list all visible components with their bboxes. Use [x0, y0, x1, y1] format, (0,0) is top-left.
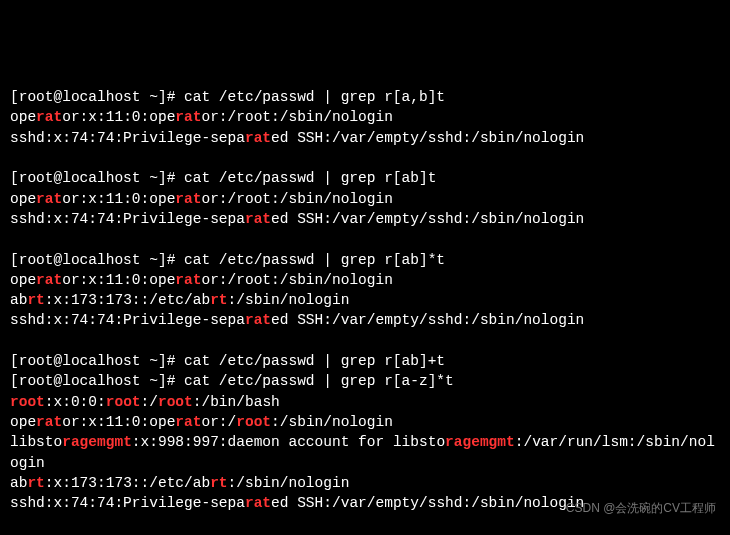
terminal-line: [root@localhost ~]# cat /etc/passwd | gr…: [10, 250, 720, 270]
text: cat /etc/passwd | grep r[a,b]t: [184, 89, 445, 105]
terminal-line: [root@localhost ~]# cat /etc/passwd | gr…: [10, 351, 720, 371]
text: or:/root:/sbin/nologin: [201, 191, 392, 207]
text: or:/: [201, 414, 236, 430]
grep-match: root: [10, 394, 45, 410]
shell-prompt: [root@localhost ~]#: [10, 373, 184, 389]
grep-match: root: [236, 414, 271, 430]
text: :/sbin/nologin: [228, 475, 350, 491]
grep-match: rat: [36, 272, 62, 288]
text: or:/root:/sbin/nologin: [201, 109, 392, 125]
text: cat /etc/passwd | grep r[ab]+t: [184, 353, 445, 369]
grep-match: rat: [245, 130, 271, 146]
grep-match: root: [106, 394, 141, 410]
text: sshd:x:74:74:Privilege-sepa: [10, 211, 245, 227]
terminal-output[interactable]: [root@localhost ~]# cat /etc/passwd | gr…: [10, 87, 720, 535]
grep-match: root: [158, 394, 193, 410]
text: ed SSH:/var/empty/sshd:/sbin/nologin: [271, 312, 584, 328]
terminal-line: operator:x:11:0:operator:/root:/sbin/nol…: [10, 107, 720, 127]
terminal-line: abrt:x:173:173::/etc/abrt:/sbin/nologin: [10, 290, 720, 310]
terminal-line: [10, 331, 720, 351]
grep-match: rat: [175, 272, 201, 288]
terminal-line: [root@localhost ~]# cat /etc/passwd | gr…: [10, 371, 720, 391]
terminal-line: [10, 148, 720, 168]
terminal-line: operator:x:11:0:operator:/root:/sbin/nol…: [10, 270, 720, 290]
text: ope: [10, 109, 36, 125]
text: :/: [141, 394, 158, 410]
grep-match: rt: [27, 475, 44, 491]
text: ab: [10, 475, 27, 491]
terminal-line: abrt:x:173:173::/etc/abrt:/sbin/nologin: [10, 473, 720, 493]
text: ope: [10, 414, 36, 430]
grep-match: rat: [36, 109, 62, 125]
terminal-line: [root@localhost ~]# cat /etc/passwd | gr…: [10, 168, 720, 188]
terminal-line: root:x:0:0:root:/root:/bin/bash: [10, 392, 720, 412]
terminal-line: sshd:x:74:74:Privilege-separated SSH:/va…: [10, 209, 720, 229]
shell-prompt: [root@localhost ~]#: [10, 170, 184, 186]
grep-match: rat: [245, 312, 271, 328]
text: or:x:11:0:ope: [62, 191, 175, 207]
text: ab: [10, 292, 27, 308]
text: ed SSH:/var/empty/sshd:/sbin/nologin: [271, 495, 584, 511]
grep-match: rt: [210, 475, 227, 491]
text: :/sbin/nologin: [271, 414, 393, 430]
grep-match: ragemgmt: [445, 434, 515, 450]
text: :x:173:173::/etc/ab: [45, 292, 210, 308]
grep-match: rat: [36, 414, 62, 430]
shell-prompt: [root@localhost ~]#: [10, 252, 184, 268]
text: or:/root:/sbin/nologin: [201, 272, 392, 288]
text: or:x:11:0:ope: [62, 414, 175, 430]
grep-match: rat: [36, 191, 62, 207]
grep-match: ragemgmt: [62, 434, 132, 450]
text: :x:0:0:: [45, 394, 106, 410]
grep-match: rat: [245, 211, 271, 227]
text: sshd:x:74:74:Privilege-sepa: [10, 495, 245, 511]
text: :x:998:997:daemon account for libsto: [132, 434, 445, 450]
terminal-line: sshd:x:74:74:Privilege-separated SSH:/va…: [10, 310, 720, 330]
terminal-line: [root@localhost ~]# cat /etc/passwd | gr…: [10, 87, 720, 107]
grep-match: rt: [27, 292, 44, 308]
terminal-line: operator:x:11:0:operator:/root:/sbin/nol…: [10, 412, 720, 432]
grep-match: rat: [175, 191, 201, 207]
shell-prompt: [root@localhost ~]#: [10, 353, 184, 369]
grep-match: rat: [245, 495, 271, 511]
text: or:x:11:0:ope: [62, 109, 175, 125]
text: :/sbin/nologin: [228, 292, 350, 308]
text: sshd:x:74:74:Privilege-sepa: [10, 312, 245, 328]
text: :x:173:173::/etc/ab: [45, 475, 210, 491]
text: libsto: [10, 434, 62, 450]
text: :/bin/bash: [193, 394, 280, 410]
text: or:x:11:0:ope: [62, 272, 175, 288]
text: cat /etc/passwd | grep r[a-z]*t: [184, 373, 454, 389]
text: cat /etc/passwd | grep r[ab]t: [184, 170, 436, 186]
text: cat /etc/passwd | grep r[ab]*t: [184, 252, 445, 268]
text: sshd:x:74:74:Privilege-sepa: [10, 130, 245, 146]
text: ope: [10, 191, 36, 207]
terminal-line: sshd:x:74:74:Privilege-separated SSH:/va…: [10, 128, 720, 148]
terminal-line: operator:x:11:0:operator:/root:/sbin/nol…: [10, 189, 720, 209]
watermark: CSDN @会洗碗的CV工程师: [566, 500, 716, 517]
shell-prompt: [root@localhost ~]#: [10, 89, 184, 105]
grep-match: rt: [210, 292, 227, 308]
grep-match: rat: [175, 109, 201, 125]
text: ed SSH:/var/empty/sshd:/sbin/nologin: [271, 130, 584, 146]
text: ed SSH:/var/empty/sshd:/sbin/nologin: [271, 211, 584, 227]
terminal-line: [10, 229, 720, 249]
grep-match: rat: [175, 414, 201, 430]
text: ope: [10, 272, 36, 288]
terminal-line: libstoragemgmt:x:998:997:daemon account …: [10, 432, 720, 473]
